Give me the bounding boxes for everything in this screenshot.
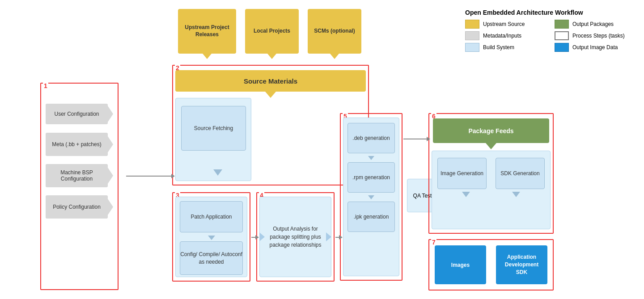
image-gen-arrow xyxy=(462,192,470,197)
section-6-box: 6 Package Feeds Image Generation SDK Gen… xyxy=(428,113,554,234)
legend-title: Open Embedded Architecture Workflow xyxy=(465,9,635,16)
package-feeds-bar: Package Feeds xyxy=(433,118,549,143)
app-sdk-label: Application Development SDK xyxy=(496,251,547,278)
local-projects-bubble: Local Projects xyxy=(245,9,299,54)
s3-to-s4-arrow xyxy=(251,237,256,238)
machine-bsp-chevron: Machine BSP Configuration xyxy=(46,164,108,187)
source-fetching-label: Source Fetching xyxy=(194,125,233,131)
legend: Open Embedded Architecture Workflow Upst… xyxy=(465,9,635,52)
sdk-gen-label: SDK Generation xyxy=(500,170,539,177)
legend-item-output-packages: Output Packages xyxy=(555,20,635,29)
legend-process-steps-label: Process Steps (tasks) xyxy=(572,33,625,39)
section-4-box: 4 Output Analysis for package splitting … xyxy=(256,192,335,282)
s1-to-s2-arrow xyxy=(126,176,172,177)
policy-config-label: Policy Configuration xyxy=(53,204,101,210)
sdk-gen-arrow xyxy=(512,192,520,197)
source-materials-label: Source Materials xyxy=(244,77,297,85)
legend-metadata-label: Metadata/Inputs xyxy=(483,33,521,39)
legend-item-output-image: Output Image Data xyxy=(555,43,635,52)
app-sdk-box: Application Development SDK xyxy=(496,245,547,284)
s4-to-s5-arrow xyxy=(335,237,340,238)
legend-grid: Upstream Source Output Packages Metadata… xyxy=(465,20,635,52)
metadata-swatch xyxy=(465,31,479,40)
package-feeds-label: Package Feeds xyxy=(468,127,513,135)
legend-item-build-system: Build System xyxy=(465,43,546,52)
image-gen-label: Image Generation xyxy=(441,170,483,177)
section-1-box: 1 User Configuration Meta (.bb + patches… xyxy=(40,83,119,290)
output-image-swatch xyxy=(555,43,569,52)
section-3-box: 3 Patch Application Config/ Compile/ Aut… xyxy=(172,192,250,282)
user-config-chevron: User Configuration xyxy=(46,104,108,124)
upstream-releases-label: Upstream Project Releases xyxy=(178,21,236,42)
legend-item-upstream: Upstream Source xyxy=(465,20,546,29)
legend-upstream-label: Upstream Source xyxy=(483,21,525,27)
section-4-left-arrow xyxy=(259,232,265,241)
section-5-box: 5 .deb generation .rpm generation .ipk g… xyxy=(340,113,402,281)
config-compile-label: Config/ Compile/ Autoconf as needed xyxy=(180,251,242,266)
process-steps-swatch xyxy=(555,31,569,40)
meta-chevron: Meta (.bb + patches) xyxy=(46,133,108,156)
patch-application-label: Patch Application xyxy=(191,214,232,220)
legend-output-image-label: Output Image Data xyxy=(572,44,618,51)
section-7-box: 7 Images Application Development SDK xyxy=(428,239,554,291)
deb-label: .deb generation xyxy=(352,135,390,141)
ipk-box: .ipk generation xyxy=(347,202,395,232)
upstream-releases-bubble: Upstream Project Releases xyxy=(178,9,236,54)
s5-to-s6-arrow xyxy=(403,139,428,139)
diagram-container: Open Embedded Architecture Workflow Upst… xyxy=(0,0,644,299)
legend-item-process-steps: Process Steps (tasks) xyxy=(555,31,635,40)
deb-box: .deb generation xyxy=(347,123,395,153)
section-7-num: 7 xyxy=(431,239,436,245)
sdk-gen-box: SDK Generation xyxy=(496,158,545,189)
scms-label: SCMs (optional) xyxy=(310,24,358,38)
patch-application-box: Patch Application xyxy=(180,201,243,232)
section-2-box: 2 Source Materials Source Fetching xyxy=(172,65,369,185)
upstream-swatch xyxy=(465,20,479,29)
source-fetching-down-arrow xyxy=(213,169,222,176)
machine-bsp-label: Machine BSP Configuration xyxy=(46,169,108,182)
source-materials-bar: Source Materials xyxy=(175,70,366,92)
section-4-right-arrow xyxy=(326,232,331,241)
section-3-down-arrow xyxy=(208,236,215,240)
rpm-box: .rpm generation xyxy=(347,162,395,193)
rpm-ipk-arrow xyxy=(368,195,374,199)
local-projects-label: Local Projects xyxy=(250,24,294,38)
user-config-label: User Configuration xyxy=(54,111,99,117)
image-gen-box: Image Generation xyxy=(437,158,487,189)
legend-build-system-label: Build System xyxy=(483,44,514,51)
images-box: Images xyxy=(435,245,486,284)
legend-output-packages-label: Output Packages xyxy=(572,21,614,27)
output-packages-swatch xyxy=(555,20,569,29)
meta-label: Meta (.bb + patches) xyxy=(52,141,101,147)
config-compile-box: Config/ Compile/ Autoconf as needed xyxy=(180,241,243,275)
images-label: Images xyxy=(451,262,470,268)
policy-config-chevron: Policy Configuration xyxy=(46,195,108,219)
output-analysis-label: Output Analysis for package splitting pl… xyxy=(265,225,326,249)
section-1-num: 1 xyxy=(43,83,48,89)
rpm-label: .rpm generation xyxy=(352,174,390,181)
build-system-swatch xyxy=(465,43,479,52)
source-fetching-box: Source Fetching xyxy=(181,106,246,151)
ipk-label: .ipk generation xyxy=(354,214,389,220)
deb-rpm-arrow xyxy=(368,156,374,160)
legend-item-metadata: Metadata/Inputs xyxy=(465,31,546,40)
scms-bubble: SCMs (optional) xyxy=(308,9,361,54)
output-analysis-box: Output Analysis for package splitting pl… xyxy=(265,201,326,273)
